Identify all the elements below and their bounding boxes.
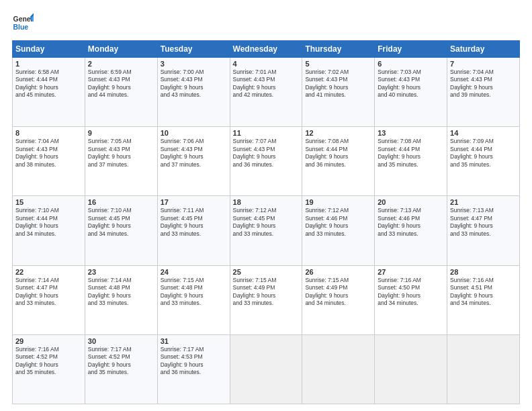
table-row: 19Sunrise: 7:12 AMSunset: 4:46 PMDayligh… (302, 196, 375, 265)
day-info: Sunrise: 7:00 AMSunset: 4:43 PMDaylight:… (161, 68, 227, 99)
day-number: 13 (378, 129, 444, 137)
day-number: 8 (15, 129, 82, 137)
calendar-header-row: Sunday Monday Tuesday Wednesday Thursday… (13, 41, 520, 58)
col-monday: Monday (85, 41, 157, 58)
day-info: Sunrise: 7:08 AMSunset: 4:44 PMDaylight:… (378, 138, 444, 169)
calendar-table: Sunday Monday Tuesday Wednesday Thursday… (12, 40, 520, 404)
day-info: Sunrise: 7:14 AMSunset: 4:47 PMDaylight:… (15, 277, 82, 308)
col-tuesday: Tuesday (157, 41, 230, 58)
day-info: Sunrise: 7:13 AMSunset: 4:47 PMDaylight:… (450, 207, 517, 238)
header: General Blue (12, 12, 520, 34)
day-number: 23 (88, 268, 154, 276)
day-info: Sunrise: 7:17 AMSunset: 4:53 PMDaylight:… (161, 346, 227, 377)
day-number: 16 (88, 198, 154, 206)
page: General Blue Sunday Monday Tuesday Wedne… (0, 0, 532, 411)
day-info: Sunrise: 7:04 AMSunset: 4:43 PMDaylight:… (450, 68, 517, 99)
day-number: 29 (15, 337, 82, 345)
day-number: 4 (233, 60, 300, 68)
day-number: 2 (88, 60, 154, 68)
day-number: 28 (450, 268, 517, 276)
calendar-week-row: 22Sunrise: 7:14 AMSunset: 4:47 PMDayligh… (13, 265, 520, 334)
calendar-week-row: 1Sunrise: 6:58 AMSunset: 4:44 PMDaylight… (13, 58, 520, 127)
table-row: 6Sunrise: 7:03 AMSunset: 4:43 PMDaylight… (375, 58, 447, 127)
day-info: Sunrise: 7:09 AMSunset: 4:44 PMDaylight:… (450, 138, 517, 169)
logo: General Blue (12, 12, 34, 34)
day-number: 14 (450, 129, 517, 137)
table-row: 10Sunrise: 7:06 AMSunset: 4:43 PMDayligh… (157, 127, 230, 196)
col-thursday: Thursday (302, 41, 375, 58)
table-row (447, 334, 520, 404)
day-number: 18 (233, 198, 300, 206)
col-saturday: Saturday (447, 41, 520, 58)
day-info: Sunrise: 7:01 AMSunset: 4:43 PMDaylight:… (233, 68, 300, 99)
table-row: 29Sunrise: 7:16 AMSunset: 4:52 PMDayligh… (13, 334, 85, 404)
day-number: 22 (15, 268, 82, 276)
table-row: 13Sunrise: 7:08 AMSunset: 4:44 PMDayligh… (375, 127, 447, 196)
table-row: 7Sunrise: 7:04 AMSunset: 4:43 PMDaylight… (447, 58, 520, 127)
day-info: Sunrise: 7:14 AMSunset: 4:48 PMDaylight:… (88, 277, 154, 308)
table-row: 28Sunrise: 7:16 AMSunset: 4:51 PMDayligh… (447, 265, 520, 334)
svg-text:Blue: Blue (13, 24, 29, 31)
day-info: Sunrise: 7:12 AMSunset: 4:46 PMDaylight:… (305, 207, 371, 238)
calendar-week-row: 29Sunrise: 7:16 AMSunset: 4:52 PMDayligh… (13, 334, 520, 404)
day-number: 24 (161, 268, 227, 276)
table-row (302, 334, 375, 404)
day-number: 19 (305, 198, 371, 206)
day-info: Sunrise: 7:04 AMSunset: 4:43 PMDaylight:… (15, 138, 82, 169)
table-row: 1Sunrise: 6:58 AMSunset: 4:44 PMDaylight… (13, 58, 85, 127)
day-number: 30 (88, 337, 154, 345)
day-info: Sunrise: 7:11 AMSunset: 4:45 PMDaylight:… (161, 207, 227, 238)
table-row: 5Sunrise: 7:02 AMSunset: 4:43 PMDaylight… (302, 58, 375, 127)
day-info: Sunrise: 7:13 AMSunset: 4:46 PMDaylight:… (378, 207, 444, 238)
day-info: Sunrise: 7:16 AMSunset: 4:50 PMDaylight:… (378, 277, 444, 308)
table-row (230, 334, 302, 404)
day-info: Sunrise: 7:12 AMSunset: 4:45 PMDaylight:… (233, 207, 300, 238)
table-row: 30Sunrise: 7:17 AMSunset: 4:52 PMDayligh… (85, 334, 157, 404)
table-row: 9Sunrise: 7:05 AMSunset: 4:43 PMDaylight… (85, 127, 157, 196)
day-info: Sunrise: 7:07 AMSunset: 4:43 PMDaylight:… (233, 138, 300, 169)
col-sunday: Sunday (13, 41, 85, 58)
table-row: 18Sunrise: 7:12 AMSunset: 4:45 PMDayligh… (230, 196, 302, 265)
day-info: Sunrise: 7:08 AMSunset: 4:44 PMDaylight:… (305, 138, 371, 169)
day-info: Sunrise: 7:02 AMSunset: 4:43 PMDaylight:… (305, 68, 371, 99)
day-number: 9 (88, 129, 154, 137)
day-number: 25 (233, 268, 300, 276)
day-info: Sunrise: 7:15 AMSunset: 4:48 PMDaylight:… (161, 277, 227, 308)
day-number: 1 (15, 60, 82, 68)
table-row: 31Sunrise: 7:17 AMSunset: 4:53 PMDayligh… (157, 334, 230, 404)
table-row (375, 334, 447, 404)
day-number: 12 (305, 129, 371, 137)
table-row: 12Sunrise: 7:08 AMSunset: 4:44 PMDayligh… (302, 127, 375, 196)
day-number: 21 (450, 198, 517, 206)
calendar-body: 1Sunrise: 6:58 AMSunset: 4:44 PMDaylight… (13, 58, 520, 404)
table-row: 22Sunrise: 7:14 AMSunset: 4:47 PMDayligh… (13, 265, 85, 334)
day-info: Sunrise: 7:17 AMSunset: 4:52 PMDaylight:… (88, 346, 154, 377)
day-number: 31 (161, 337, 227, 345)
table-row: 14Sunrise: 7:09 AMSunset: 4:44 PMDayligh… (447, 127, 520, 196)
table-row: 8Sunrise: 7:04 AMSunset: 4:43 PMDaylight… (13, 127, 85, 196)
day-number: 10 (161, 129, 227, 137)
day-info: Sunrise: 6:59 AMSunset: 4:43 PMDaylight:… (88, 68, 154, 99)
table-row: 25Sunrise: 7:15 AMSunset: 4:49 PMDayligh… (230, 265, 302, 334)
day-info: Sunrise: 7:10 AMSunset: 4:45 PMDaylight:… (88, 207, 154, 238)
day-info: Sunrise: 7:16 AMSunset: 4:52 PMDaylight:… (15, 346, 82, 377)
table-row: 16Sunrise: 7:10 AMSunset: 4:45 PMDayligh… (85, 196, 157, 265)
day-info: Sunrise: 7:15 AMSunset: 4:49 PMDaylight:… (305, 277, 371, 308)
day-number: 5 (305, 60, 371, 68)
table-row: 17Sunrise: 7:11 AMSunset: 4:45 PMDayligh… (157, 196, 230, 265)
table-row: 23Sunrise: 7:14 AMSunset: 4:48 PMDayligh… (85, 265, 157, 334)
day-number: 7 (450, 60, 517, 68)
day-number: 17 (161, 198, 227, 206)
day-info: Sunrise: 7:03 AMSunset: 4:43 PMDaylight:… (378, 68, 444, 99)
day-info: Sunrise: 7:16 AMSunset: 4:51 PMDaylight:… (450, 277, 517, 308)
table-row: 26Sunrise: 7:15 AMSunset: 4:49 PMDayligh… (302, 265, 375, 334)
day-number: 6 (378, 60, 444, 68)
table-row: 3Sunrise: 7:00 AMSunset: 4:43 PMDaylight… (157, 58, 230, 127)
table-row: 15Sunrise: 7:10 AMSunset: 4:44 PMDayligh… (13, 196, 85, 265)
table-row: 21Sunrise: 7:13 AMSunset: 4:47 PMDayligh… (447, 196, 520, 265)
day-info: Sunrise: 7:15 AMSunset: 4:49 PMDaylight:… (233, 277, 300, 308)
day-info: Sunrise: 7:06 AMSunset: 4:43 PMDaylight:… (161, 138, 227, 169)
table-row: 20Sunrise: 7:13 AMSunset: 4:46 PMDayligh… (375, 196, 447, 265)
table-row: 24Sunrise: 7:15 AMSunset: 4:48 PMDayligh… (157, 265, 230, 334)
calendar-week-row: 8Sunrise: 7:04 AMSunset: 4:43 PMDaylight… (13, 127, 520, 196)
